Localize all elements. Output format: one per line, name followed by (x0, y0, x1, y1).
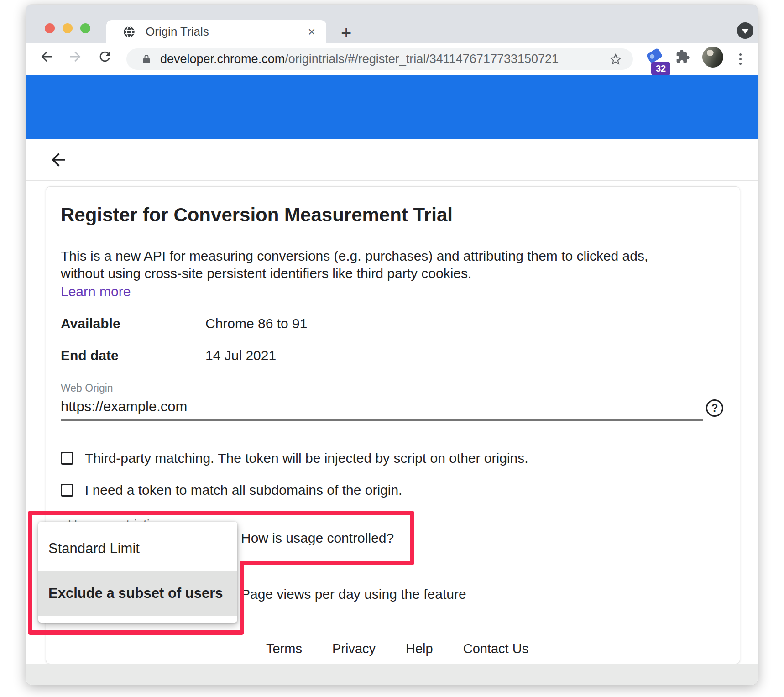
zoom-window-button[interactable] (80, 23, 90, 33)
subdomains-checkbox[interactable] (61, 484, 73, 497)
page-back-icon[interactable] (48, 150, 68, 170)
minimize-window-button[interactable] (63, 23, 73, 33)
footer-links: Terms Privacy Help Contact Us (266, 641, 528, 656)
page-toolbar (26, 139, 758, 181)
page-title: Register for Conversion Measurement Tria… (61, 204, 453, 226)
tab-origin-trials[interactable]: Origin Trials × (106, 20, 326, 43)
tab-strip: Origin Trials × + (26, 5, 758, 43)
available-value: Chrome 86 to 91 (205, 316, 307, 331)
back-icon[interactable] (39, 49, 54, 64)
new-tab-button[interactable]: + (341, 23, 351, 43)
help-icon[interactable]: ? (706, 399, 723, 417)
footer-link-help[interactable]: Help (406, 641, 433, 656)
close-window-button[interactable] (45, 23, 55, 33)
profile-avatar[interactable] (702, 47, 723, 68)
url-host: developer.chrome.com (160, 52, 285, 66)
footer-link-contact-us[interactable]: Contact Us (463, 641, 528, 656)
browser-toolbar: developer.chrome.com/origintrials/#/regi… (26, 43, 758, 75)
bookmark-star-icon[interactable] (608, 52, 623, 67)
browser-window: Origin Trials × + developer.chrome.com/o… (26, 5, 758, 685)
footer-link-privacy[interactable]: Privacy (332, 641, 376, 656)
third-party-checkbox[interactable] (61, 452, 73, 465)
tab-title: Origin Trials (146, 25, 308, 39)
usage-controlled-link[interactable]: How is usage controlled? (241, 530, 394, 546)
lock-icon (141, 54, 152, 65)
forward-icon[interactable] (68, 49, 83, 64)
web-origin-underline (61, 419, 703, 421)
subdomains-checkbox-row: I need a token to match all subdomains o… (61, 482, 402, 498)
app-header: Chrome Origin Trials (26, 75, 758, 139)
third-party-checkbox-label: Third-party matching. The token will be … (85, 451, 528, 466)
trial-description: This is a new API for measuring conversi… (61, 247, 672, 282)
web-origin-input[interactable]: https://example.com (61, 398, 187, 415)
url-path: /origintrials/#/register_trial/341147671… (285, 52, 559, 66)
tab-close-icon[interactable]: × (308, 26, 315, 38)
third-party-checkbox-row: Third-party matching. The token will be … (61, 451, 528, 466)
footer-link-terms[interactable]: Terms (266, 641, 302, 656)
address-bar[interactable]: developer.chrome.com/origintrials/#/regi… (126, 48, 633, 70)
dropdown-option-standard-limit[interactable]: Standard Limit (38, 526, 237, 571)
extensions-puzzle-icon[interactable] (675, 49, 690, 64)
tab-search-button[interactable] (737, 22, 753, 39)
end-date-label: End date (61, 348, 119, 363)
url-text: developer.chrome.com/origintrials/#/regi… (160, 52, 608, 66)
screenshot-root: Origin Trials × + developer.chrome.com/o… (0, 0, 784, 697)
learn-more-link[interactable]: Learn more (61, 284, 131, 299)
extension-badge: 32 (651, 62, 670, 76)
chevron-down-icon (742, 29, 749, 34)
web-origin-label: Web Origin (61, 382, 113, 394)
usage-hint-text: Page views per day using the feature (241, 587, 466, 602)
usage-restrictions-dropdown: Standard Limit Exclude a subset of users (38, 522, 237, 623)
page-bottom-band (26, 664, 758, 685)
end-date-value: 14 Jul 2021 (205, 348, 276, 363)
dropdown-option-exclude-subset[interactable]: Exclude a subset of users (38, 571, 237, 616)
subdomains-checkbox-label: I need a token to match all subdomains o… (85, 482, 402, 498)
reload-icon[interactable] (97, 49, 113, 64)
available-label: Available (61, 316, 120, 331)
globe-favicon-icon (123, 26, 136, 38)
browser-menu-icon[interactable] (737, 50, 743, 68)
